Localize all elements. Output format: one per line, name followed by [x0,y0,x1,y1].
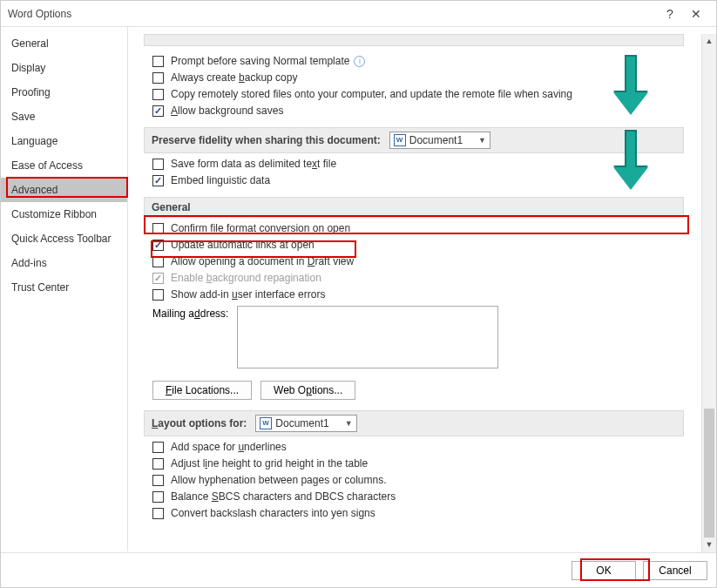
content-wrap: Prompt before saving Normal template i A… [128,27,716,551]
sidebar-item-ribbon[interactable]: Customize Ribbon [1,202,127,226]
opt-yen[interactable]: Convert backslash characters into yen si… [152,507,688,519]
opt-label: Prompt before saving Normal template [171,55,349,67]
opt-repag: Enable background repagination [152,272,688,284]
scroll-down-button[interactable]: ▼ [702,537,716,552]
footer: OK Cancel [1,552,716,587]
opt-label: Adjust line height to grid height in the… [171,457,368,470]
opt-prompt-normal[interactable]: Prompt before saving Normal template i [152,55,688,67]
sidebar: General Display Proofing Save Language E… [1,27,128,551]
checkbox-icon[interactable] [152,56,164,67]
sidebar-item-proofing[interactable]: Proofing [1,80,127,105]
sidebar-item-save[interactable]: Save [1,105,127,129]
sidebar-item-advanced[interactable]: Advanced [1,178,127,202]
info-icon[interactable]: i [354,56,365,67]
opt-label: Add space for underlines [171,441,287,453]
opt-draft[interactable]: Allow opening a document in Draft view [152,255,688,267]
checkbox-icon[interactable] [152,159,164,170]
opt-label: Balance SBCS characters and DBCS charact… [171,490,396,503]
fidelity-doc-select[interactable]: Document1 ▼ [389,132,490,149]
titlebar: Word Options ? ✕ [1,1,716,27]
opt-label: Allow background saves [171,105,283,117]
section-title: General [152,201,191,213]
window-title: Word Options [8,8,657,20]
opt-label: Allow hyphenation between pages or colum… [171,474,387,486]
opt-label: Convert backslash characters into yen si… [171,507,375,519]
mailing-label: Mailing address: [152,306,228,320]
sidebar-item-ease[interactable]: Ease of Access [1,153,127,178]
checkbox-icon[interactable] [152,442,164,453]
opt-label: Confirm file format conversion on open [171,222,350,234]
ok-button[interactable]: OK [572,561,636,580]
section-general: General [144,197,684,218]
sidebar-item-general[interactable]: General [1,31,127,56]
section-layout: Layout options for: Document1 ▼ [144,410,684,436]
checkbox-icon [152,273,164,284]
sidebar-item-qat[interactable]: Quick Access Toolbar [1,226,127,251]
checkbox-icon[interactable] [152,475,164,486]
mailing-row: Mailing address: [152,306,688,368]
checkbox-icon[interactable] [152,105,164,117]
scroll-up-button[interactable]: ▲ [702,34,716,49]
checkbox-icon[interactable] [152,175,164,186]
chevron-down-icon: ▼ [478,136,486,145]
opt-confirm-conv[interactable]: Confirm file format conversion on open [152,222,688,234]
opt-delimited[interactable]: Save form data as delimited text file [152,158,688,170]
main-area: General Display Proofing Save Language E… [1,27,716,551]
checkbox-icon[interactable] [152,240,164,251]
scroll-thumb[interactable] [704,409,714,539]
checkbox-icon[interactable] [152,256,164,267]
opt-embed-ling[interactable]: Embed linguistic data [152,174,688,186]
mailing-input[interactable] [237,306,498,368]
checkbox-icon[interactable] [152,458,164,470]
chevron-down-icon: ▼ [345,419,353,428]
checkbox-icon[interactable] [152,289,164,301]
opt-line-height[interactable]: Adjust line height to grid height in the… [152,457,688,470]
section-title: Preserve fidelity when sharing this docu… [152,134,381,146]
section-fidelity: Preserve fidelity when sharing this docu… [144,127,684,153]
file-locations-button[interactable]: File Locations... [152,381,252,400]
opt-underlines[interactable]: Add space for underlines [152,441,688,453]
opt-hyphen[interactable]: Allow hyphenation between pages or colum… [152,474,688,486]
content-pane: Prompt before saving Normal template i A… [144,34,688,552]
opt-remote[interactable]: Copy remotely stored files onto your com… [152,88,688,100]
checkbox-icon[interactable] [152,508,164,519]
sidebar-item-trust[interactable]: Trust Center [1,275,127,300]
opt-label: Show add-in user interface errors [171,288,325,301]
sidebar-item-language[interactable]: Language [1,129,127,153]
scrollbar[interactable]: ▲ ▼ [701,34,716,552]
opt-label: Allow opening a document in Draft view [171,255,354,267]
word-doc-icon [394,134,406,146]
web-options-button[interactable]: Web Options... [260,381,355,400]
layout-doc-select[interactable]: Document1 ▼ [255,415,356,432]
opt-label: Copy remotely stored files onto your com… [171,88,572,100]
opt-label: Always create backup copy [171,71,297,84]
prev-section-tail [144,34,684,46]
checkbox-icon[interactable] [152,223,164,234]
opt-bg-saves[interactable]: Allow background saves [152,105,688,117]
opt-label: Embed linguistic data [171,174,270,186]
word-doc-icon [260,417,272,429]
checkbox-icon[interactable] [152,89,164,100]
cancel-button[interactable]: Cancel [643,561,707,580]
section-title: Layout options for: [152,417,247,429]
select-value: Document1 [409,134,463,146]
opt-sbcs[interactable]: Balance SBCS characters and DBCS charact… [152,490,688,503]
sidebar-item-addins[interactable]: Add-ins [1,251,127,275]
checkbox-icon[interactable] [152,491,164,503]
select-value: Document1 [275,417,328,429]
sidebar-item-display[interactable]: Display [1,56,127,80]
opt-label: Update automatic links at open [171,239,315,251]
opt-backup[interactable]: Always create backup copy [152,71,688,84]
opt-label: Save form data as delimited text file [171,158,336,170]
opt-label: Enable background repagination [171,272,321,284]
checkbox-icon[interactable] [152,72,164,84]
opt-addin-errors[interactable]: Show add-in user interface errors [152,288,688,301]
help-button[interactable]: ? [657,7,683,21]
opt-update-links[interactable]: Update automatic links at open [152,239,688,251]
close-button[interactable]: ✕ [683,7,709,21]
